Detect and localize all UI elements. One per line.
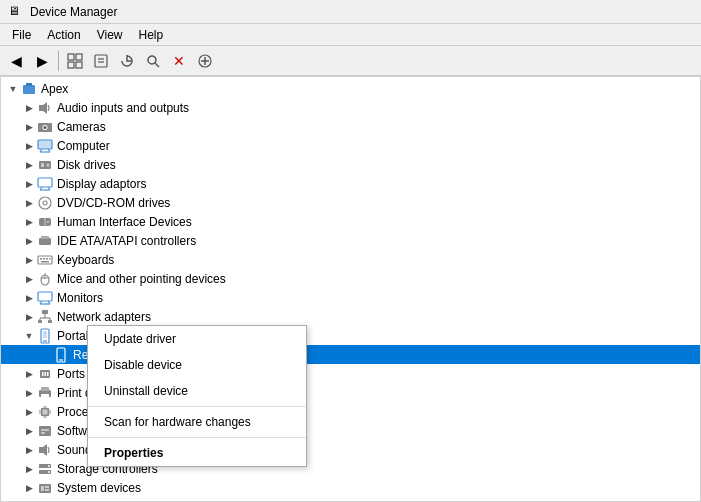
tree-label-audio: Audio inputs and outputs: [57, 101, 189, 115]
toolbar-remove[interactable]: ✕: [167, 49, 191, 73]
expand-network[interactable]: ▶: [21, 309, 37, 325]
tree-item-computer[interactable]: ▶ Computer: [1, 136, 700, 155]
ctx-separator-2: [88, 437, 306, 438]
tree-label-disk: Disk drives: [57, 158, 116, 172]
svg-rect-80: [39, 426, 51, 436]
tree-label-computer: Computer: [57, 139, 110, 153]
expand-hid[interactable]: ▶: [21, 214, 37, 230]
expand-portable[interactable]: ▼: [21, 328, 37, 344]
tree-item-keyboards[interactable]: ▶ Keyboards: [1, 250, 700, 269]
cameras-icon: [37, 119, 53, 135]
svg-point-17: [44, 126, 47, 129]
expand-ide[interactable]: ▶: [21, 233, 37, 249]
print-icon: [37, 385, 53, 401]
toolbar-back[interactable]: ◀: [4, 49, 28, 73]
expand-dvd[interactable]: ▶: [21, 195, 37, 211]
expand-ports[interactable]: ▶: [21, 366, 37, 382]
svg-rect-47: [38, 292, 52, 301]
audio-icon: [37, 100, 53, 116]
network-icon: [37, 309, 53, 325]
ctx-disable-device-label: Disable device: [104, 358, 182, 372]
sound-icon: [37, 442, 53, 458]
toolbar-toggle-view[interactable]: [63, 49, 87, 73]
ctx-update-driver-label: Update driver: [104, 332, 176, 346]
toolbar-add[interactable]: [193, 49, 217, 73]
svg-rect-13: [26, 83, 32, 86]
expand-keyboards[interactable]: ▶: [21, 252, 37, 268]
tree-item-audio[interactable]: ▶ Audio inputs and outputs: [1, 98, 700, 117]
tree-item-monitors[interactable]: ▶ Monitors: [1, 288, 700, 307]
tree-item-system[interactable]: ▶ System devices: [1, 478, 700, 497]
svg-rect-53: [48, 320, 52, 323]
computer-icon: [37, 138, 53, 154]
menu-action[interactable]: Action: [39, 26, 88, 44]
svg-rect-60: [43, 331, 47, 338]
expand-disk[interactable]: ▶: [21, 157, 37, 173]
menu-view[interactable]: View: [89, 26, 131, 44]
tree-item-cameras[interactable]: ▶ Cameras: [1, 117, 700, 136]
tree-label-cameras: Cameras: [57, 120, 106, 134]
tree-item-ide[interactable]: ▶ IDE ATA/ATAPI controllers: [1, 231, 700, 250]
toolbar-forward[interactable]: ▶: [30, 49, 54, 73]
hid-icon: [37, 214, 53, 230]
expand-cameras[interactable]: ▶: [21, 119, 37, 135]
ctx-scan-hardware[interactable]: Scan for hardware changes: [88, 409, 306, 435]
app-title: Device Manager: [30, 5, 117, 19]
svg-rect-42: [41, 261, 49, 263]
svg-point-34: [47, 221, 49, 223]
title-bar: 🖥 Device Manager: [0, 0, 701, 24]
toolbar-sep-1: [58, 51, 59, 71]
expand-processors[interactable]: ▶: [21, 404, 37, 420]
tree-item-dvd[interactable]: ▶ DVD/CD-ROM drives: [1, 193, 700, 212]
expand-software[interactable]: ▶: [21, 423, 37, 439]
svg-rect-36: [41, 236, 49, 239]
expand-display[interactable]: ▶: [21, 176, 37, 192]
tree-label-ide: IDE ATA/ATAPI controllers: [57, 234, 196, 248]
tree-item-display[interactable]: ▶ Display adaptors: [1, 174, 700, 193]
tree-item-hid[interactable]: ▶ Human Interface Devices: [1, 212, 700, 231]
toolbar-properties[interactable]: [89, 49, 113, 73]
main-area: ▼ Apex ▶ Audio inputs and outputs: [0, 76, 701, 502]
expand-sound[interactable]: ▶: [21, 442, 37, 458]
ctx-properties[interactable]: Properties: [88, 440, 306, 466]
svg-rect-68: [41, 387, 49, 391]
svg-rect-51: [42, 310, 48, 314]
expand-audio[interactable]: ▶: [21, 100, 37, 116]
expand-root[interactable]: ▼: [5, 81, 21, 97]
toolbar-update[interactable]: [115, 49, 139, 73]
ctx-update-driver[interactable]: Update driver: [88, 326, 306, 352]
system-icon: [37, 480, 53, 496]
svg-rect-40: [46, 258, 48, 260]
disk-icon: [37, 157, 53, 173]
expand-mice[interactable]: ▶: [21, 271, 37, 287]
tree-label-monitors: Monitors: [57, 291, 103, 305]
expand-storage[interactable]: ▶: [21, 461, 37, 477]
svg-rect-3: [76, 62, 82, 68]
tree-panel[interactable]: ▼ Apex ▶ Audio inputs and outputs: [0, 76, 701, 502]
ctx-disable-device[interactable]: Disable device: [88, 352, 306, 378]
tree-item-mice[interactable]: ▶ Mice and other pointing devices: [1, 269, 700, 288]
expand-system[interactable]: ▶: [21, 480, 37, 496]
tree-item-usb[interactable]: ▶ Universal Serial Bus controllers: [1, 497, 700, 502]
tree-item-disk[interactable]: ▶ Disk drives: [1, 155, 700, 174]
toolbar-scan[interactable]: [141, 49, 165, 73]
context-menu: Update driver Disable device Uninstall d…: [87, 325, 307, 467]
ctx-uninstall-device[interactable]: Uninstall device: [88, 378, 306, 404]
svg-line-8: [155, 63, 159, 67]
menu-bar: File Action View Help: [0, 24, 701, 46]
expand-computer[interactable]: ▶: [21, 138, 37, 154]
expand-usb[interactable]: ▶: [21, 499, 37, 503]
svg-point-31: [43, 201, 47, 205]
svg-rect-64: [42, 372, 44, 376]
tree-item-network[interactable]: ▶ Network adapters: [1, 307, 700, 326]
svg-rect-38: [40, 258, 42, 260]
svg-point-25: [47, 163, 50, 166]
expand-monitors[interactable]: ▶: [21, 290, 37, 306]
tree-label-network: Network adapters: [57, 310, 151, 324]
menu-file[interactable]: File: [4, 26, 39, 44]
menu-help[interactable]: Help: [131, 26, 172, 44]
tree-root[interactable]: ▼ Apex: [1, 79, 700, 98]
expand-print[interactable]: ▶: [21, 385, 37, 401]
svg-rect-65: [45, 372, 47, 376]
app-icon: 🖥: [8, 4, 24, 20]
